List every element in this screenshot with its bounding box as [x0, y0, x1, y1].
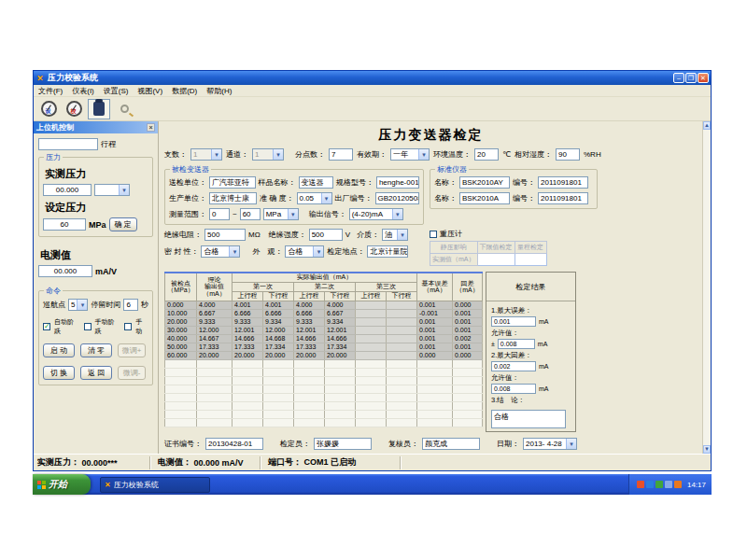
search-icon[interactable] [113, 99, 135, 119]
std-name1-input[interactable]: BSK2010AY [459, 176, 510, 189]
table-row-empty[interactable] [165, 385, 483, 393]
table-row[interactable]: 60.00020.00020.00020.00020.00020.0000.00… [165, 351, 483, 359]
env-temp-input[interactable]: 20 [474, 148, 499, 161]
confirm-button[interactable]: 确 定 [109, 217, 137, 231]
accuracy-select[interactable]: 0.05▾ [297, 192, 332, 204]
manual-step-checkbox[interactable] [84, 323, 92, 330]
table-row-empty[interactable] [165, 368, 483, 376]
range-unit-select[interactable]: MPa▾ [263, 208, 299, 220]
serial-input[interactable]: GB20120508 [375, 192, 419, 204]
manual-checkbox[interactable] [124, 323, 132, 330]
start-button[interactable]: 开始 [33, 474, 91, 495]
location-input[interactable]: 北京计量院 [367, 245, 408, 258]
resistance-input[interactable]: 500 [204, 229, 246, 241]
stroke-input[interactable] [38, 138, 98, 150]
transmitter-icon[interactable] [88, 99, 110, 119]
strength-input[interactable]: 500 [309, 229, 343, 241]
gauge-calibrate-icon[interactable]: 校 [63, 99, 85, 119]
pressure-unit-select[interactable]: ▾ [94, 184, 130, 196]
sample-label: 样品名称： [259, 177, 296, 188]
auto-step-checkbox[interactable] [43, 323, 50, 330]
reviewer-input[interactable]: 颜克成 [422, 438, 480, 450]
medium-select[interactable]: 油▾ [382, 229, 408, 241]
allow2-value[interactable]: 0.008 [491, 384, 536, 394]
cruise-point-select[interactable]: 5 ▾ [68, 299, 88, 311]
range-tilde: ~ [233, 210, 237, 218]
table-row-empty[interactable] [165, 359, 483, 368]
std-no1-label: 编号： [513, 177, 535, 188]
table-row[interactable]: 30.00012.00012.00112.00012.00112.0010.00… [165, 326, 483, 334]
count-select[interactable]: 1▾ [190, 148, 222, 161]
channel-select[interactable]: 1▾ [252, 148, 284, 161]
menu-instrument[interactable]: 仪表(I) [72, 86, 94, 96]
manufacturer-input[interactable]: 北京博士康 [209, 192, 257, 204]
cert-input[interactable]: 20130428-01 [205, 438, 263, 450]
electric-value[interactable]: 00.000 [38, 265, 92, 277]
table-row-empty[interactable] [165, 401, 483, 410]
max-error-value[interactable]: 0.001 [491, 316, 536, 327]
validity-select[interactable]: 一年▾ [390, 148, 430, 161]
table-row-empty[interactable] [165, 376, 483, 385]
tray-icon[interactable] [665, 481, 672, 488]
date-select[interactable]: 2013- 4-28▾ [523, 438, 577, 450]
std-name2-input[interactable]: BSK2010A [459, 192, 510, 204]
set-pressure-input[interactable]: 60 [43, 218, 86, 231]
sample-input[interactable]: 变送器 [299, 176, 333, 189]
menu-settings[interactable]: 设置(S) [104, 86, 129, 96]
measured-pressure-value[interactable]: 00.000 [43, 184, 92, 196]
sidebar-close-icon[interactable]: × [147, 123, 155, 132]
std-no2-input[interactable]: 2011091801 [538, 192, 588, 204]
static-value-1[interactable] [477, 254, 514, 266]
table-row[interactable]: 20.0009.3339.3339.3349.3339.3340.0010.00… [165, 317, 483, 326]
sender-input[interactable]: 广汽菲亚特 [209, 176, 256, 189]
dwell-time-unit: 秒 [141, 300, 148, 310]
status-port: 端口号： COM1 已启动 [261, 456, 401, 469]
vertical-scrollbar[interactable]: ▲ ▼ [702, 121, 711, 454]
tray-icon[interactable] [637, 481, 644, 488]
range-from-input[interactable]: 0 [209, 208, 230, 220]
table-row[interactable]: 0.0004.0004.0014.0014.0004.0000.0010.000 [165, 301, 483, 309]
menu-file[interactable]: 文件(F) [38, 86, 63, 96]
std-no1-input[interactable]: 2011091801 [538, 176, 588, 189]
points-input[interactable]: 7 [329, 148, 353, 161]
max-hysteresis-value[interactable]: 0.002 [491, 361, 536, 371]
table-row[interactable]: 10.0006.6676.6666.6666.6666.667-0.0010.0… [165, 309, 483, 317]
static-value-2[interactable] [514, 254, 546, 266]
menu-data[interactable]: 数据(D) [172, 86, 197, 96]
gravity-gauge-checkbox[interactable] [430, 231, 437, 238]
table-row[interactable]: 50.00017.33317.33317.33417.33317.3340.00… [165, 343, 483, 351]
menu-help[interactable]: 帮助(H) [206, 86, 232, 96]
start-button[interactable]: 启 动 [43, 343, 75, 357]
seal-select[interactable]: 合格▾ [201, 245, 240, 258]
model-input[interactable]: henghe-0012 [376, 176, 419, 189]
minimize-button[interactable]: – [673, 73, 684, 83]
signal-select[interactable]: (4-20)mA▾ [349, 208, 403, 220]
switch-button[interactable]: 切 换 [43, 366, 75, 380]
back-button[interactable]: 返 回 [80, 366, 112, 380]
verifier-input[interactable]: 张媛媛 [314, 438, 372, 450]
tray-icon[interactable] [674, 481, 682, 488]
restore-button[interactable]: ❐ [685, 73, 697, 83]
gauge-set-icon[interactable]: 设 [37, 99, 60, 119]
menu-view[interactable]: 视图(V) [137, 86, 162, 96]
humidity-input[interactable]: 90 [556, 148, 580, 161]
table-row-empty[interactable] [165, 418, 483, 427]
taskbar-item-app[interactable]: ✕ 压力校验系统 [100, 477, 210, 493]
table-row-empty[interactable] [165, 393, 483, 401]
table-row-empty[interactable] [165, 410, 483, 418]
fine-plus-button[interactable]: 微调+ [118, 343, 146, 357]
fine-minus-button[interactable]: 微调- [118, 366, 146, 380]
tray-icon[interactable] [655, 481, 663, 488]
allow1-value[interactable]: 0.008 [498, 339, 535, 349]
scroll-up-icon[interactable]: ▲ [703, 121, 711, 130]
table-row[interactable]: 40.00014.66714.66614.66814.66614.6660.00… [165, 334, 483, 343]
conclusion-value[interactable]: 合格 [491, 410, 566, 428]
appearance-select[interactable]: 合格▾ [285, 245, 324, 258]
max-error-label: 1.最大误差： [491, 306, 571, 315]
range-to-input[interactable]: 60 [240, 208, 261, 220]
close-button[interactable]: ✕ [698, 73, 709, 83]
tray-icon[interactable] [646, 481, 654, 488]
dwell-time-input[interactable]: 6 [123, 299, 138, 311]
scroll-down-icon[interactable]: ▼ [703, 445, 711, 454]
zero-button[interactable]: 清 零 [80, 343, 112, 357]
